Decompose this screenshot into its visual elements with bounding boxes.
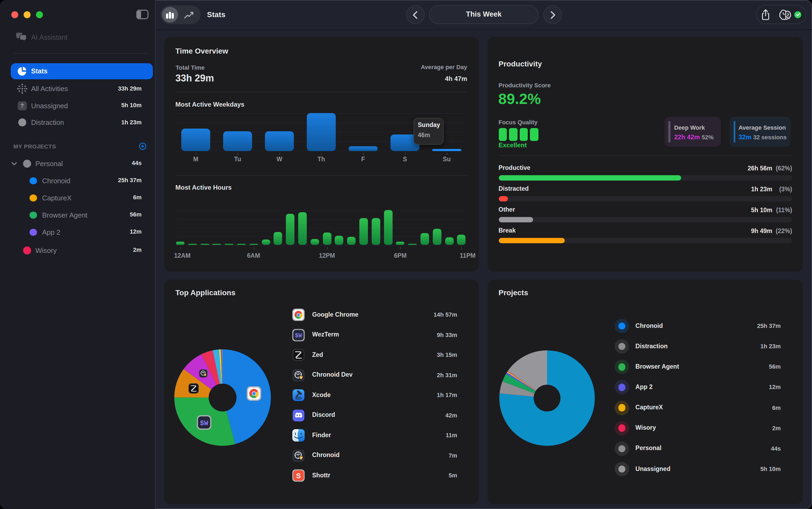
svg-text:S: S (296, 472, 300, 480)
svg-text:BETA: BETA (296, 397, 300, 399)
svg-text:$W: $W (295, 332, 302, 339)
svg-text:$W: $W (200, 419, 208, 427)
